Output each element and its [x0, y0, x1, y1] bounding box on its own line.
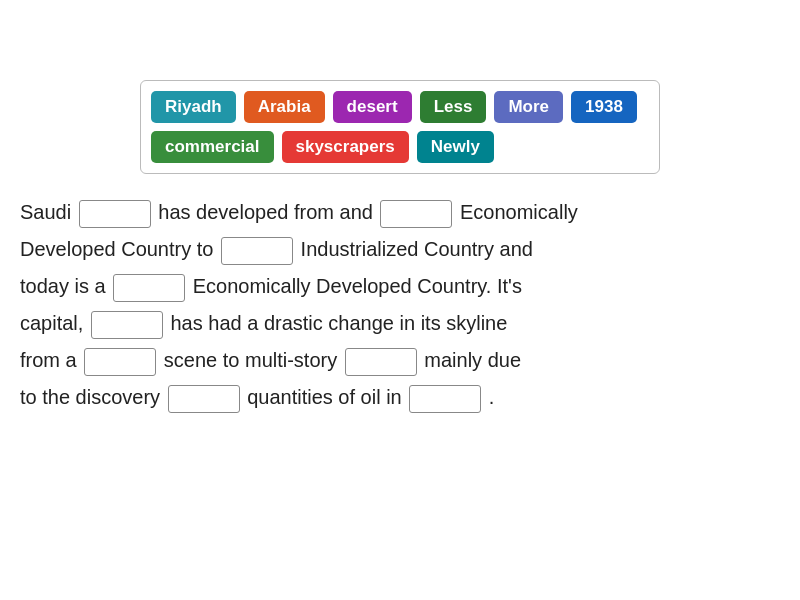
text-7: capital,: [20, 312, 89, 334]
chip-newly[interactable]: Newly: [417, 131, 494, 163]
text-5: today is a: [20, 275, 111, 297]
text-11: to the discovery: [20, 386, 166, 408]
chip-arabia[interactable]: Arabia: [244, 91, 325, 123]
text-3: Developed Country to: [20, 238, 219, 260]
blank-2[interactable]: [380, 200, 452, 228]
text-12: quantities of oil in: [247, 386, 407, 408]
text-9: scene to multi-story: [164, 349, 343, 371]
text-1: has developed from and: [158, 201, 378, 223]
chip-less[interactable]: Less: [420, 91, 487, 123]
word-saudi: Saudi: [20, 201, 71, 223]
chip-riyadh[interactable]: Riyadh: [151, 91, 236, 123]
text-4: Industrialized Country and: [301, 238, 533, 260]
text-period: .: [489, 386, 495, 408]
blank-6[interactable]: [84, 348, 156, 376]
blank-9[interactable]: [409, 385, 481, 413]
blank-5[interactable]: [91, 311, 163, 339]
blank-1[interactable]: [79, 200, 151, 228]
text-6: Economically Developed Country. It's: [193, 275, 522, 297]
text-10: mainly due: [424, 349, 521, 371]
chip-more[interactable]: More: [494, 91, 563, 123]
chip-desert[interactable]: desert: [333, 91, 412, 123]
text-from: from a: [20, 349, 82, 371]
chip-commercial[interactable]: commercial: [151, 131, 274, 163]
blank-3[interactable]: [221, 237, 293, 265]
word-bank: Riyadh Arabia desert Less More 1938 comm…: [140, 80, 660, 174]
chip-skyscrapers[interactable]: skyscrapers: [282, 131, 409, 163]
blank-8[interactable]: [168, 385, 240, 413]
text-8: has had a drastic change in its skyline: [171, 312, 508, 334]
text-2: Economically: [460, 201, 578, 223]
chip-1938[interactable]: 1938: [571, 91, 637, 123]
passage-text: Saudi has developed from and Economicall…: [20, 194, 780, 416]
blank-4[interactable]: [113, 274, 185, 302]
blank-7[interactable]: [345, 348, 417, 376]
